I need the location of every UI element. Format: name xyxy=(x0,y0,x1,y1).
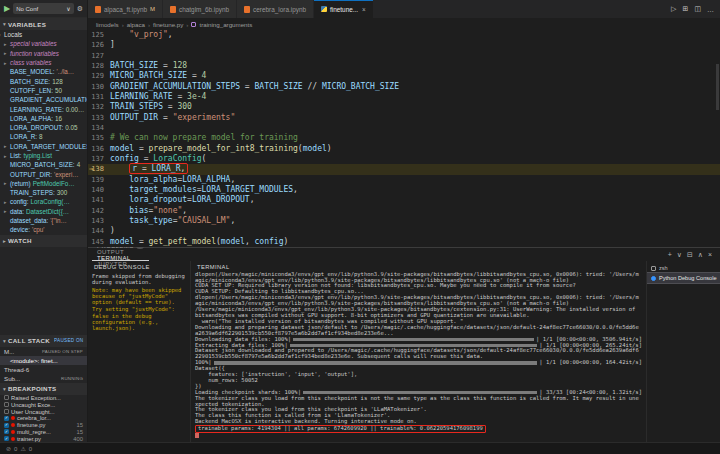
python-debug-console-icon xyxy=(651,276,656,281)
breakpoints-section-header[interactable]: ▾ BREAKPOINTS xyxy=(0,383,87,395)
variables-section-header[interactable]: ▾ VARIABLES xyxy=(0,18,87,30)
variable-row[interactable]: LORA_R:8 xyxy=(0,132,87,141)
code-line[interactable]: 145model = get_peft_model(model, config) xyxy=(88,237,720,247)
start-debugging-icon[interactable]: ▶ xyxy=(4,5,10,13)
breakpoint-checkbox[interactable]: ✓ xyxy=(4,416,9,421)
variable-row[interactable]: ▸LORA_TARGET_MODULES: xyxy=(0,142,87,151)
variable-row[interactable]: TRAIN_STEPS:300 xyxy=(0,188,87,197)
kill-terminal-icon[interactable]: ⊟ xyxy=(687,251,693,259)
variable-row[interactable]: CUTOFF_LEN:50 xyxy=(0,86,87,95)
close-panel-icon[interactable]: × xyxy=(708,251,712,259)
variable-row[interactable]: ▸(return)PeftModelFo… xyxy=(0,179,87,188)
breakpoint-row[interactable]: ✓trainer.py400 xyxy=(0,435,87,442)
editor-tab[interactable]: chatglm_6b.ipynb xyxy=(163,0,237,18)
variable-row[interactable]: device:'cpu' xyxy=(0,225,87,234)
scope-locals[interactable]: ▾ Locals xyxy=(0,30,87,39)
code-line[interactable]: 134 xyxy=(88,123,720,133)
code-line[interactable]: 133OUTPUT_DIR = "experiments" xyxy=(88,113,720,123)
breakpoint-checkbox[interactable] xyxy=(4,395,9,400)
breadcrumb-item[interactable]: finetune.py xyxy=(153,21,183,28)
code-line[interactable]: 126] xyxy=(88,40,720,50)
variable-row[interactable]: OUTPUT_DIR:'experi… xyxy=(0,169,87,178)
variable-row[interactable]: LORA_ALPHA:16 xyxy=(0,114,87,123)
code-line[interactable]: 135# We can now prepare model for traini… xyxy=(88,133,720,143)
code-line[interactable]: 125 "v_proj", xyxy=(88,30,720,40)
terminal-output[interactable]: CUDA SETUP: Required library version not… xyxy=(191,272,646,442)
close-icon[interactable]: × xyxy=(362,6,366,13)
call-stack-frame[interactable]: M...PAUSED ON STEP xyxy=(0,347,87,356)
variable-row[interactable]: MICRO_BATCH_SIZE:4 xyxy=(0,160,87,169)
code-line[interactable]: 142 bias="none", xyxy=(88,206,720,216)
variable-row[interactable]: ▸function variables xyxy=(0,49,87,58)
breakpoint-row[interactable]: ✓multi_regre...15 xyxy=(0,429,87,436)
code-line[interactable]: 129MICRO_BATCH_SIZE = 4 xyxy=(88,71,720,81)
terminal-list-item[interactable]: Python Debug Console xyxy=(647,273,720,283)
run-button[interactable]: ▷ xyxy=(671,5,676,13)
breakpoint-row[interactable]: ✓cerebra_lor... xyxy=(0,415,87,422)
editor-tab[interactable]: cerebra_lora.ipynb xyxy=(237,0,314,18)
variable-row[interactable]: dataset_data:'{"in… xyxy=(0,216,87,225)
code-line[interactable]: 132TRAIN_STEPS = 300 xyxy=(88,102,720,112)
breakpoint-checkbox[interactable]: ✓ xyxy=(4,423,9,428)
more-actions-icon[interactable]: … xyxy=(707,6,714,13)
code-line[interactable]: 139 lora_alpha=LORA_ALPHA, xyxy=(88,175,720,185)
variable-row[interactable]: ▸special variables xyxy=(0,39,87,48)
call-stack-frame[interactable]: Sub...RUNNING xyxy=(0,374,87,383)
terminal-list-item[interactable]: zsh xyxy=(647,263,720,273)
maximize-panel-icon[interactable]: ∧ xyxy=(698,251,703,259)
breakpoint-row[interactable]: User Uncaught... xyxy=(0,408,87,415)
code-token: "none" xyxy=(153,206,182,215)
variable-name: CUTOFF_LEN: xyxy=(10,87,53,94)
variable-row[interactable]: ▸config:LoraConfig(… xyxy=(0,197,87,206)
breakpoint-checkbox[interactable]: ✓ xyxy=(4,436,9,441)
split-editor-icon[interactable]: ◫ xyxy=(694,5,701,13)
debug-config-dropdown[interactable]: No Conf ∨ xyxy=(13,3,74,14)
variable-row[interactable]: LORA_DROPOUT:0.05 xyxy=(0,123,87,132)
breadcrumb-item[interactable]: limodels xyxy=(96,21,119,28)
breadcrumb-item[interactable]: training_arguments xyxy=(199,21,252,28)
code-line[interactable]: 143 task_type="CAUSAL_LM", xyxy=(88,216,720,226)
breakpoint-checkbox[interactable] xyxy=(4,409,9,414)
gear-icon[interactable]: ⚙ xyxy=(77,5,83,13)
code-line[interactable]: 141 lora_dropout=LORA_DROPOUT, xyxy=(88,195,720,205)
editor-tab[interactable]: alpaca_ft.ipynbM xyxy=(88,0,163,18)
call-stack-frame[interactable]: <module>: finet... xyxy=(0,356,87,365)
code-line[interactable]: 131LEARNING_RATE = 3e-4 xyxy=(88,92,720,102)
variable-row[interactable]: LEARNING_RATE:0.00… xyxy=(0,104,87,113)
variable-row[interactable]: ▸List:typing.List xyxy=(0,151,87,160)
breakpoint-row[interactable]: Uncaught Exce... xyxy=(0,401,87,408)
code-editor[interactable]: 125 "v_proj",126]127128BATCH_SIZE = 1281… xyxy=(88,30,720,247)
variable-row[interactable]: ▸class variables xyxy=(0,58,87,67)
error-icon[interactable]: ⊘ xyxy=(6,445,11,452)
watch-section-header[interactable]: ▸ WATCH xyxy=(0,235,87,247)
variable-row[interactable]: ▸data:DatasetDict({… xyxy=(0,207,87,216)
variable-name: function variables xyxy=(10,50,59,57)
breakpoint-checkbox[interactable]: ✓ xyxy=(4,429,9,434)
call-stack-section-header[interactable]: ▾ CALL STACK PAUSED ON STEP xyxy=(0,335,87,347)
debug-console-output[interactable]: Frame skipped from debugging during eval… xyxy=(88,272,190,334)
call-stack-frame[interactable]: Thread-6 xyxy=(0,365,87,374)
debug-console-line: Try setting "justMyCode": false in the d… xyxy=(92,306,186,331)
variable-row[interactable]: BASE_MODEL:'../la… xyxy=(0,67,87,76)
code-line[interactable]: 136model = prepare_model_for_int8_traini… xyxy=(88,144,720,154)
variable-row[interactable]: BATCH_SIZE:128 xyxy=(0,76,87,85)
code-line[interactable]: 130GRADIENT_ACCUMULATION_STEPS = BATCH_S… xyxy=(88,82,720,92)
code-line[interactable]: 140 target_modules=LORA_TARGET_MODULES, xyxy=(88,185,720,195)
layout-icon[interactable]: ⊞ xyxy=(683,5,689,13)
variable-name: OUTPUT_DIR: xyxy=(10,171,52,178)
editor-tab[interactable]: finetune...× xyxy=(314,0,374,18)
frame-status: RUNNING xyxy=(61,376,83,381)
breakpoint-row[interactable]: Raised Exception... xyxy=(0,395,87,402)
code-line[interactable]: 127 xyxy=(88,51,720,61)
code-line[interactable]: →138 r = LORA_R, xyxy=(88,164,720,174)
breakpoint-checkbox[interactable] xyxy=(4,402,9,407)
breadcrumb-item[interactable]: alpaca xyxy=(127,21,145,28)
warning-icon[interactable]: ⚠ xyxy=(20,445,25,452)
code-line[interactable]: 128BATCH_SIZE = 128 xyxy=(88,61,720,71)
variable-row[interactable]: GRADIENT_ACCUMULATIO xyxy=(0,95,87,104)
breakpoint-row[interactable]: ✓finetune.py15 xyxy=(0,422,87,429)
code-line[interactable]: 144) xyxy=(88,226,720,236)
variable-name: (return) xyxy=(10,180,31,187)
new-terminal-icon[interactable]: + xyxy=(668,251,672,259)
terminal-dropdown-icon[interactable]: ∨ xyxy=(677,251,682,259)
